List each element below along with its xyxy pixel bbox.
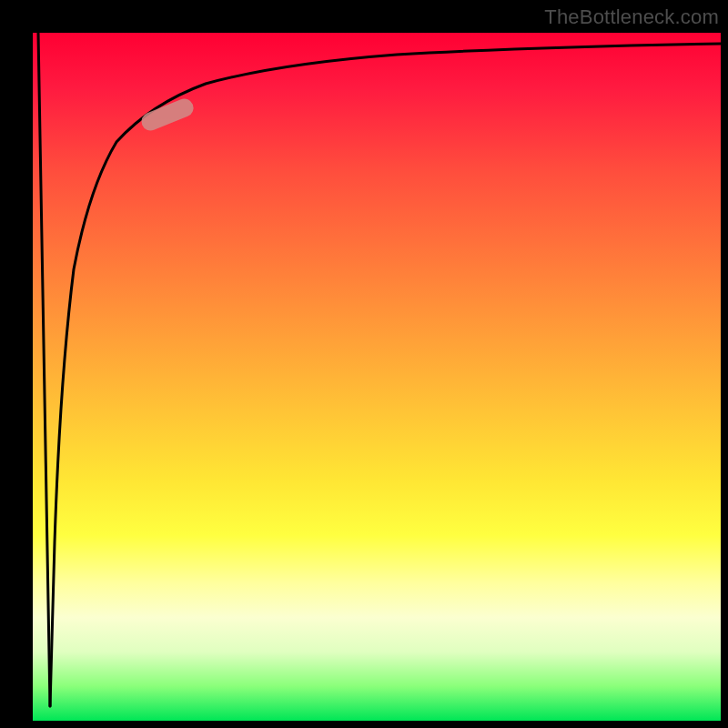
- watermark-text: TheBottleneck.com: [544, 5, 719, 29]
- curve-up: [50, 44, 721, 706]
- plot-area: [33, 33, 721, 721]
- chart-frame: TheBottleneck.com: [0, 0, 728, 728]
- bottleneck-curve: [33, 33, 721, 721]
- curve-down: [38, 33, 50, 706]
